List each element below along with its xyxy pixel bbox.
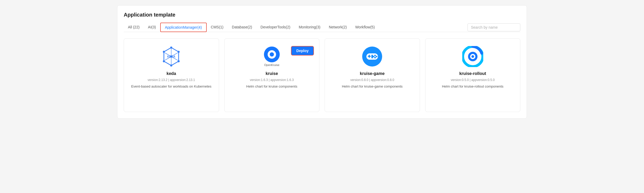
svg-point-22 bbox=[374, 55, 376, 56]
search-input[interactable] bbox=[468, 23, 520, 31]
tab-ai[interactable]: AI(3) bbox=[144, 23, 160, 32]
svg-point-6 bbox=[163, 51, 165, 53]
tab-network[interactable]: Network(2) bbox=[325, 23, 351, 32]
svg-point-2 bbox=[178, 51, 180, 53]
svg-point-1 bbox=[170, 47, 172, 49]
svg-rect-26 bbox=[371, 55, 373, 58]
card-kruise-name: kruise bbox=[266, 71, 278, 76]
card-kruise-rollout-desc: Helm chart for kruise-rollout components bbox=[442, 84, 503, 89]
kruise-game-logo bbox=[362, 46, 383, 67]
keda-logo: KEDA bbox=[161, 46, 182, 67]
svg-point-4 bbox=[170, 64, 172, 67]
card-kruise-version: version:1.6.3 | appversion:1.6.3 bbox=[250, 78, 294, 82]
svg-point-17 bbox=[270, 52, 274, 57]
card-kruise-game-name: kruise-game bbox=[360, 71, 385, 76]
svg-point-3 bbox=[178, 60, 180, 62]
tab-cms[interactable]: CMS(1) bbox=[207, 23, 228, 32]
deploy-button[interactable]: Deploy bbox=[291, 46, 314, 55]
page-title: Application template bbox=[124, 12, 520, 18]
kruise-logo: OpenKruise bbox=[261, 46, 282, 67]
card-kruise-rollout-name: kruise-rollout bbox=[459, 71, 486, 76]
tab-developertools[interactable]: DeveloperTools(2) bbox=[256, 23, 295, 32]
card-keda-desc: Event-based autoscaler for workloads on … bbox=[131, 84, 211, 89]
openkruise-label: OpenKruise bbox=[264, 63, 279, 67]
svg-point-30 bbox=[471, 55, 474, 58]
kruise-rollout-logo bbox=[462, 46, 483, 67]
svg-point-5 bbox=[163, 60, 165, 62]
card-kruise: OpenKruise Deploy kruise version:1.6.3 |… bbox=[224, 38, 320, 112]
tabs-row: All (22) AI(3) ApplicationManager(4) CMS… bbox=[124, 23, 520, 32]
card-kruise-game-version: version:0.8.0 | appversion:0.8.0 bbox=[350, 78, 394, 82]
card-keda-version: version:2.13.2 | appversion:2.13.1 bbox=[148, 78, 195, 82]
tab-monitoring[interactable]: Monitoring(3) bbox=[294, 23, 324, 32]
card-kruise-rollout-version: version:0.5.0 | appversion:0.5.0 bbox=[451, 78, 495, 82]
card-keda: KEDA keda version:2.13.2 | appversion:2.… bbox=[124, 38, 219, 112]
tab-appmanager[interactable]: ApplicationManager(4) bbox=[160, 23, 207, 32]
card-kruise-game: kruise-game version:0.8.0 | appversion:0… bbox=[325, 38, 420, 112]
card-kruise-rollout: kruise-rollout version:0.5.0 | appversio… bbox=[425, 38, 521, 112]
tab-workflow[interactable]: Workflow(5) bbox=[351, 23, 379, 32]
cards-grid: KEDA keda version:2.13.2 | appversion:2.… bbox=[124, 38, 520, 112]
tab-all[interactable]: All (22) bbox=[124, 23, 144, 32]
svg-rect-21 bbox=[369, 55, 370, 58]
card-keda-name: keda bbox=[167, 71, 176, 76]
card-kruise-game-desc: Helm chart for kruise-game components bbox=[342, 84, 403, 89]
main-container: Application template All (22) AI(3) Appl… bbox=[117, 5, 527, 119]
svg-point-24 bbox=[374, 57, 376, 58]
card-kruise-desc: Helm chart for kruise components bbox=[246, 84, 297, 89]
svg-text:KEDA: KEDA bbox=[167, 55, 175, 58]
tab-database[interactable]: Database(2) bbox=[228, 23, 256, 32]
svg-point-23 bbox=[376, 56, 377, 57]
